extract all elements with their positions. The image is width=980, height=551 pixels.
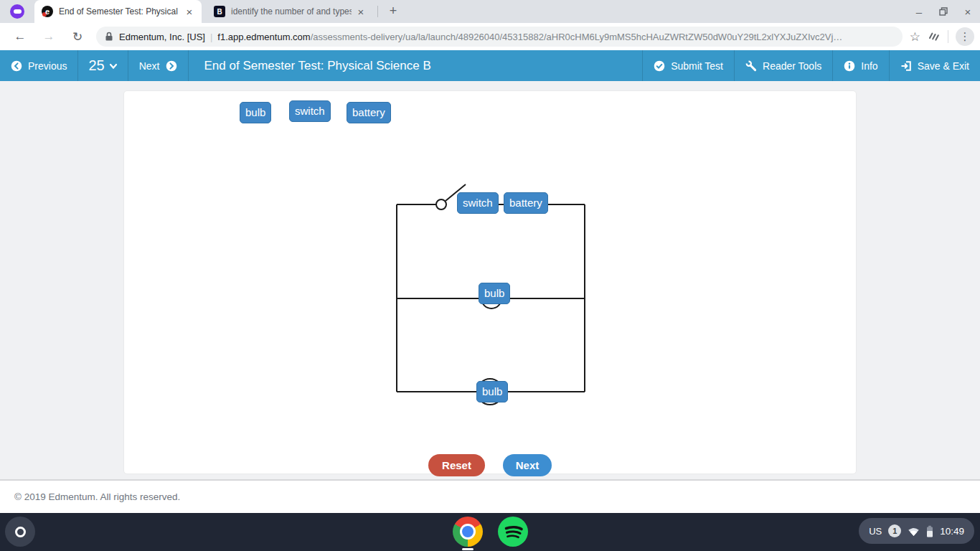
browser-toolbar: ← → ↻ Edmentum, Inc. [US] | f1.app.edmen… xyxy=(0,23,980,50)
active-app-indicator xyxy=(462,548,473,550)
browser-menu-icon[interactable]: ⋮ xyxy=(956,27,974,46)
check-circle-icon xyxy=(654,60,665,72)
tab-title: End of Semester Test: Physical S xyxy=(59,6,180,17)
minimize-icon[interactable]: – xyxy=(913,5,925,18)
info-button[interactable]: Info xyxy=(832,50,888,81)
reader-tools-button[interactable]: Reader Tools xyxy=(734,50,832,81)
spotify-icon[interactable] xyxy=(498,517,528,547)
new-tab-button[interactable]: + xyxy=(385,3,402,20)
security-label: Edmentum, Inc. [US] xyxy=(119,32,205,42)
placed-chip-battery[interactable]: battery xyxy=(504,192,548,214)
close-icon[interactable]: × xyxy=(961,5,974,18)
lock-icon xyxy=(105,32,113,42)
copyright-text: © 2019 Edmentum. All rights reserved. xyxy=(14,491,180,502)
keyboard-layout-label: US xyxy=(869,526,882,537)
clock: 10:49 xyxy=(940,526,964,537)
tab-title: identify the number of and types xyxy=(231,6,352,17)
submit-test-button[interactable]: Submit Test xyxy=(642,50,734,81)
next-button[interactable]: Next xyxy=(503,454,552,476)
tab-active[interactable]: e End of Semester Test: Physical S × xyxy=(34,0,202,23)
tab-close-icon[interactable]: × xyxy=(354,6,367,18)
wifi-icon xyxy=(908,526,920,537)
bookmark-star-icon[interactable]: ☆ xyxy=(910,29,920,44)
placed-chip-bulb-middle[interactable]: bulb xyxy=(479,283,510,304)
chevron-down-icon xyxy=(109,62,118,70)
app-icon[interactable] xyxy=(10,4,24,19)
previous-button[interactable]: Previous xyxy=(0,50,78,81)
battery-icon xyxy=(926,525,933,537)
address-bar[interactable]: Edmentum, Inc. [US] | f1.app.edmentum.co… xyxy=(96,27,903,47)
chrome-icon[interactable] xyxy=(453,517,483,547)
notification-badge: 1 xyxy=(888,524,901,537)
status-tray[interactable]: US 1 10:49 xyxy=(859,518,974,544)
url-path: /assessments-delivery/ua/la/launch/48926… xyxy=(311,32,843,42)
placed-chip-switch[interactable]: switch xyxy=(457,192,499,214)
brainly-favicon-icon: B xyxy=(214,6,225,17)
back-icon[interactable]: ← xyxy=(10,27,30,47)
restore-icon[interactable] xyxy=(937,5,950,18)
url-host: f1.app.edmentum.com xyxy=(217,32,310,42)
sign-out-icon xyxy=(900,60,912,72)
launcher-icon xyxy=(15,527,26,537)
switch-contact-icon xyxy=(436,199,446,209)
window-controls: – × xyxy=(913,0,974,23)
wrench-icon xyxy=(745,60,757,72)
tab-close-icon[interactable]: × xyxy=(183,6,196,18)
placed-chip-bulb-bottom[interactable]: bulb xyxy=(476,381,508,402)
reset-button[interactable]: Reset xyxy=(428,454,485,476)
launcher-button[interactable] xyxy=(5,517,35,547)
info-circle-icon xyxy=(844,60,855,72)
app-icon-glyph xyxy=(14,9,22,14)
page-footer: © 2019 Edmentum. All rights reserved. xyxy=(0,479,980,513)
question-card: bulb switch battery switch xyxy=(123,90,857,474)
question-number-select[interactable]: 25 xyxy=(78,50,128,81)
tab-separator xyxy=(377,6,378,17)
edmentum-favicon-icon: e xyxy=(42,6,53,17)
chevron-circle-right-icon xyxy=(166,60,177,72)
save-exit-button[interactable]: Save & Exit xyxy=(889,50,980,81)
chevron-circle-left-icon xyxy=(11,60,22,72)
test-toolbar: Previous 25 Next End of Semester Test: P… xyxy=(0,50,980,81)
page-background: bulb switch battery switch xyxy=(0,81,980,479)
tab-strip: e End of Semester Test: Physical S × B i… xyxy=(0,0,980,23)
next-question-button[interactable]: Next xyxy=(128,50,189,81)
forward-icon: → xyxy=(39,27,59,47)
shelf: US 1 10:49 xyxy=(0,513,980,551)
test-title: End of Semester Test: Physical Science B xyxy=(189,50,643,81)
reload-icon[interactable]: ↻ xyxy=(67,27,88,47)
tab-inactive[interactable]: B identify the number of and types × xyxy=(207,0,373,23)
extension-icon[interactable] xyxy=(928,31,941,42)
